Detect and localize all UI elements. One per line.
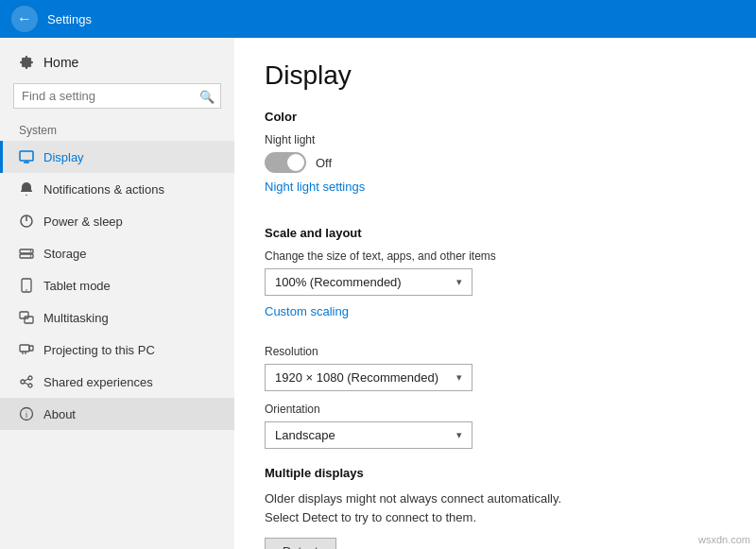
sidebar-item-power[interactable]: Power & sleep [0, 205, 234, 237]
night-light-state: Off [316, 156, 332, 170]
svg-text:i: i [26, 410, 27, 420]
titlebar-title: Settings [47, 12, 92, 26]
chevron-down-icon: ▾ [456, 276, 462, 288]
back-button[interactable]: ← [11, 6, 38, 32]
multiple-displays-desc: Older displays might not always connect … [265, 489, 586, 526]
display-icon [19, 149, 34, 164]
night-light-label: Night light [265, 133, 726, 146]
toggle-knob [287, 154, 304, 171]
sidebar-item-notifications[interactable]: Notifications & actions [0, 173, 234, 205]
power-icon [19, 214, 34, 229]
resolution-label: Resolution [265, 345, 726, 358]
multiple-displays-section-title: Multiple displays [265, 466, 726, 480]
titlebar: ← Settings [0, 0, 756, 38]
page-title: Display [265, 60, 726, 91]
scale-dropdown[interactable]: 100% (Recommended) ▾ [265, 268, 472, 296]
svg-point-17 [21, 380, 25, 384]
svg-rect-14 [29, 346, 33, 351]
svg-point-10 [26, 289, 27, 291]
home-label: Home [43, 55, 78, 70]
sidebar-item-shared[interactable]: Shared experiences [0, 366, 234, 398]
orientation-dropdown[interactable]: Landscape ▾ [265, 421, 472, 449]
sidebar-item-tablet[interactable]: Tablet mode [0, 269, 234, 301]
detect-button[interactable]: Detect [265, 538, 336, 549]
sidebar-item-multitasking[interactable]: Multitasking [0, 301, 234, 334]
svg-line-20 [25, 379, 28, 381]
sidebar-item-projecting[interactable]: Projecting to this PC [0, 334, 234, 366]
sidebar-projecting-label: Projecting to this PC [43, 343, 155, 357]
svg-point-18 [28, 376, 32, 380]
resolution-dropdown[interactable]: 1920 × 1080 (Recommended) ▾ [265, 364, 472, 391]
projecting-icon [19, 342, 34, 357]
sidebar-about-label: About [43, 407, 76, 421]
resolution-value: 1920 × 1080 (Recommended) [275, 370, 438, 385]
sidebar-item-storage[interactable]: Storage [0, 237, 234, 269]
notifications-icon [19, 181, 34, 197]
color-section-title: Color [265, 110, 726, 124]
sidebar-notifications-label: Notifications & actions [43, 182, 164, 197]
svg-rect-13 [20, 345, 29, 352]
main-layout: Home 🔍 System Display [0, 38, 756, 549]
orientation-label: Orientation [265, 403, 726, 416]
chevron-down-icon-2: ▾ [456, 371, 462, 384]
about-icon: i [19, 406, 34, 421]
svg-point-19 [28, 384, 32, 387]
tablet-icon [19, 278, 34, 293]
scale-section-title: Scale and layout [265, 226, 726, 240]
content-area: Display Color Night light Off Night ligh… [234, 38, 756, 549]
shared-icon [19, 374, 34, 389]
sidebar-shared-label: Shared experiences [43, 375, 153, 389]
sidebar-tablet-label: Tablet mode [43, 279, 111, 293]
watermark: wsxdn.com [698, 534, 750, 545]
sidebar: Home 🔍 System Display [0, 38, 234, 549]
svg-rect-0 [20, 151, 33, 161]
sidebar-item-display[interactable]: Display [0, 141, 234, 173]
night-light-settings-link[interactable]: Night light settings [265, 180, 365, 194]
search-icon: 🔍 [199, 89, 215, 103]
storage-icon [19, 246, 34, 261]
scale-field-label: Change the size of text, apps, and other… [265, 249, 726, 263]
sidebar-storage-label: Storage [43, 247, 87, 261]
svg-point-7 [30, 250, 32, 252]
svg-point-8 [30, 255, 32, 257]
sidebar-item-about[interactable]: i About [0, 398, 234, 430]
search-input[interactable] [13, 83, 221, 109]
svg-line-21 [25, 383, 28, 385]
sidebar-section-label: System [0, 118, 234, 141]
sidebar-search-wrapper: 🔍 [13, 83, 221, 109]
custom-scaling-link[interactable]: Custom scaling [265, 304, 349, 318]
sidebar-multitasking-label: Multitasking [43, 311, 109, 325]
night-light-row: Off [265, 152, 726, 173]
scale-value: 100% (Recommended) [275, 275, 402, 289]
orientation-value: Landscape [275, 428, 335, 442]
sidebar-power-label: Power & sleep [43, 214, 123, 229]
night-light-toggle[interactable] [265, 152, 306, 173]
multitasking-icon [19, 310, 34, 325]
gear-icon [19, 55, 34, 70]
chevron-down-icon-3: ▾ [456, 429, 462, 441]
sidebar-display-label: Display [43, 150, 84, 164]
sidebar-item-home[interactable]: Home [0, 47, 234, 77]
back-icon: ← [17, 10, 32, 27]
